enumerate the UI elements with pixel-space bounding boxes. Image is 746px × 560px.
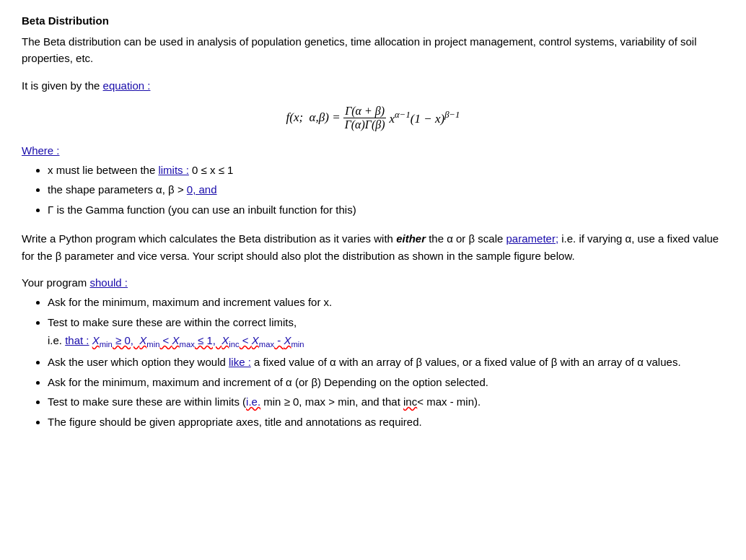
prog-limits-line: i.e. that : Xmin ≥ 0, Xmin < Xmax ≤ 1, X…	[48, 331, 724, 351]
equation-block: f(x; α,β) = Γ(α + β) Γ(α)Γ(β) xα−1(1 − x…	[22, 105, 724, 131]
prog-item-6: The figure should be given appropriate a…	[48, 413, 724, 432]
where-list: x must lie between the limits : 0 ≤ x ≤ …	[48, 161, 724, 219]
prog-b3-post: a fixed value of α with an array of β va…	[251, 356, 681, 368]
that-link[interactable]: that :	[65, 334, 89, 346]
given-text: It is given by the	[22, 79, 103, 92]
inc-word: inc	[403, 395, 417, 408]
prog-b5-post: min ≥ 0, max > min, and that	[260, 395, 403, 408]
where-item-2: the shape parameters α, β > 0, and	[48, 180, 724, 199]
prog-item-5: Test to make sure these are within limit…	[48, 393, 724, 411]
bullet1-post: 0 ≤ x ≤ 1	[189, 164, 234, 176]
eq-fraction: Γ(α + β) Γ(α)Γ(β)	[343, 105, 387, 131]
given-line: It is given by the equation :	[22, 78, 724, 95]
where-label[interactable]: Where :	[22, 144, 60, 157]
prog-item-2: Test to make sure these are within the c…	[48, 313, 724, 352]
eq-numerator: Γ(α + β)	[343, 105, 386, 118]
write-para: Write a Python program which calculates …	[22, 230, 724, 265]
para1-pre: Write a Python program which calculates …	[22, 232, 396, 245]
para1-mid: the α or β scale	[426, 232, 506, 245]
prog-b2-text: Test to make sure these are within the c…	[48, 316, 297, 328]
ie-link[interactable]: i.e.	[246, 395, 260, 408]
program-list: Ask for the minimum, maximum and increme…	[48, 293, 724, 431]
eq-denominator: Γ(α)Γ(β)	[343, 118, 387, 131]
prog-item-3: Ask the user which option they would lik…	[48, 353, 724, 372]
prog-b3-pre: Ask the user which option they would	[48, 356, 229, 368]
ie-pre: i.e.	[48, 334, 65, 346]
where-item-1: x must lie between the limits : 0 ≤ x ≤ …	[48, 161, 724, 180]
bullet1-pre: x must lie between the	[48, 164, 158, 176]
eq-rhs: xα−1(1 − x)β−1	[390, 110, 460, 126]
like-link[interactable]: like :	[229, 356, 251, 368]
parameter-link[interactable]: parameter;	[506, 232, 559, 245]
where-section: Where : x must lie between the limits : …	[22, 144, 724, 219]
zero-and-link[interactable]: 0, and	[187, 183, 217, 196]
equation-link[interactable]: equation :	[103, 79, 151, 92]
limits-link[interactable]: limits :	[158, 164, 189, 176]
program-pre: Your program	[22, 276, 90, 289]
prog-item-4: Ask for the minimum, maximum and increme…	[48, 373, 724, 392]
where-item-3: Γ is the Gamma function (you can use an …	[48, 201, 724, 219]
prog-b5-end: < max - min).	[417, 395, 480, 408]
program-should-line: Your program should :	[22, 276, 724, 289]
either-word: either	[396, 232, 426, 245]
eq-lhs: f(x; α,β) =	[286, 110, 340, 125]
should-link[interactable]: should :	[90, 276, 128, 289]
page-title: Beta Distribution	[22, 14, 724, 27]
prog-item-1: Ask for the minimum, maximum and increme…	[48, 293, 724, 312]
intro-text: The Beta distribution can be used in ana…	[22, 34, 724, 66]
limits-formula: Xmin ≥ 0, Xmin < Xmax ≤ 1, Xinc < Xmax -…	[92, 334, 304, 346]
bullet2-pre: the shape parameters α, β >	[48, 183, 187, 196]
prog-b5-pre: Test to make sure these are within limit…	[48, 395, 246, 408]
